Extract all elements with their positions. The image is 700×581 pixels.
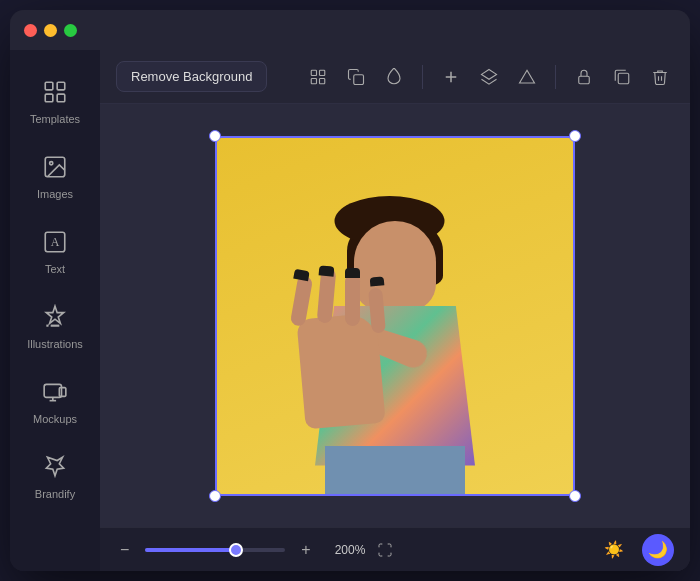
illustrations-icon [39, 301, 71, 333]
title-bar [10, 10, 690, 50]
svg-marker-22 [520, 70, 535, 83]
sidebar-item-brandify[interactable]: Brandify [16, 441, 94, 510]
add-icon[interactable] [437, 63, 465, 91]
sidebar-item-illustrations[interactable]: Illustrations [16, 291, 94, 360]
zoom-plus-button[interactable]: + [297, 540, 314, 560]
zoom-slider-fill [145, 548, 236, 552]
svg-rect-15 [320, 70, 325, 75]
close-button[interactable] [24, 24, 37, 37]
maximize-button[interactable] [64, 24, 77, 37]
sidebar-label-templates: Templates [30, 113, 80, 125]
delete-icon[interactable] [646, 63, 674, 91]
sidebar-label-images: Images [37, 188, 73, 200]
svg-rect-13 [59, 388, 66, 397]
zoom-minus-button[interactable]: − [116, 540, 133, 560]
svg-rect-23 [579, 76, 590, 84]
sidebar-item-images[interactable]: Images [16, 141, 94, 210]
svg-rect-2 [45, 94, 53, 102]
sidebar-label-text: Text [45, 263, 65, 275]
zoom-slider-thumb[interactable] [229, 543, 243, 557]
sidebar-label-illustrations: Illustrations [27, 338, 83, 350]
fill-icon[interactable] [380, 63, 408, 91]
svg-rect-0 [45, 82, 53, 90]
handle-top-right[interactable] [569, 130, 581, 142]
text-icon: A [39, 226, 71, 258]
app-window: Templates Images A [10, 10, 690, 571]
svg-rect-16 [311, 78, 316, 83]
traffic-lights [24, 24, 77, 37]
sidebar-label-mockups: Mockups [33, 413, 77, 425]
mockups-icon [39, 376, 71, 408]
handle-bottom-right[interactable] [569, 490, 581, 502]
canvas-image [215, 136, 575, 496]
light-mode-button[interactable]: ☀️ [598, 534, 630, 566]
svg-point-5 [50, 162, 53, 165]
zoom-slider[interactable] [145, 548, 285, 552]
sidebar-label-brandify: Brandify [35, 488, 75, 500]
sidebar-item-templates[interactable]: Templates [16, 66, 94, 135]
svg-rect-18 [354, 74, 364, 84]
svg-marker-21 [482, 69, 497, 79]
minimize-button[interactable] [44, 24, 57, 37]
svg-rect-17 [320, 78, 325, 83]
dark-mode-button[interactable]: 🌙 [642, 534, 674, 566]
grid-2-icon[interactable] [304, 63, 332, 91]
main-layout: Templates Images A [10, 50, 690, 571]
brandify-icon [39, 451, 71, 483]
svg-rect-14 [311, 70, 316, 75]
canvas[interactable] [100, 104, 690, 527]
toolbar-separator-2 [555, 65, 556, 89]
remove-background-button[interactable]: Remove Background [116, 61, 267, 92]
toolbar: Remove Background [100, 50, 690, 104]
handle-bottom-left[interactable] [209, 490, 221, 502]
layers-icon[interactable] [475, 63, 503, 91]
canvas-area: Remove Background [100, 50, 690, 571]
svg-rect-3 [57, 94, 65, 102]
sidebar-item-mockups[interactable]: Mockups [16, 366, 94, 435]
grid-icon [39, 76, 71, 108]
image-icon [39, 151, 71, 183]
duplicate-icon[interactable] [608, 63, 636, 91]
handle-top-left[interactable] [209, 130, 221, 142]
sidebar-item-text[interactable]: A Text [16, 216, 94, 285]
zoom-value: 200% [335, 543, 366, 557]
copy-icon[interactable] [342, 63, 370, 91]
fullscreen-icon[interactable] [377, 542, 393, 558]
svg-text:A: A [51, 235, 60, 249]
svg-rect-1 [57, 82, 65, 90]
triangle-icon[interactable] [513, 63, 541, 91]
svg-rect-24 [618, 73, 629, 84]
toolbar-separator-1 [422, 65, 423, 89]
lock-icon[interactable] [570, 63, 598, 91]
sidebar: Templates Images A [10, 50, 100, 571]
status-bar: − + 200% ☀️ 🌙 [100, 527, 690, 571]
image-container[interactable] [215, 136, 575, 496]
